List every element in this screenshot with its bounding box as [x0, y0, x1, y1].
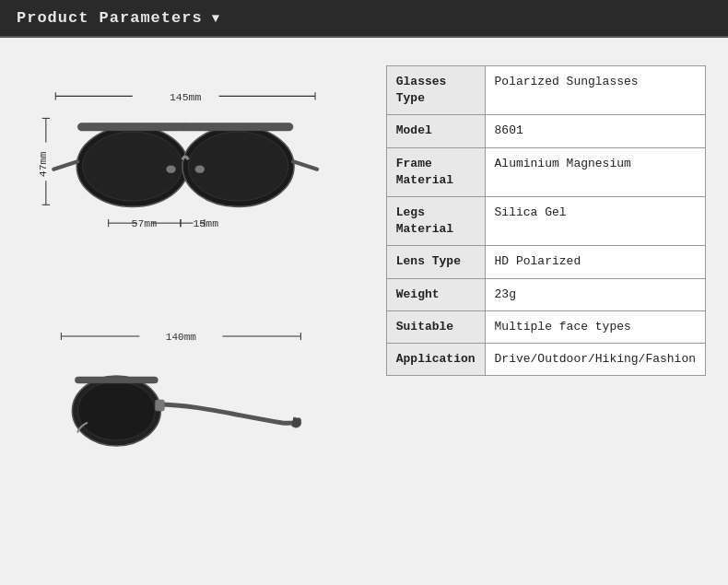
spec-label: Suitable [386, 310, 485, 343]
front-view-diagram: 145mm 47mm [22, 65, 358, 287]
spec-label: Model [386, 115, 485, 147]
spec-row: Weight23g [386, 278, 705, 310]
svg-rect-37 [75, 377, 158, 383]
svg-point-18 [166, 166, 175, 173]
header: Product Parameters ▼ [0, 0, 728, 38]
spec-row: Legs MaterialSilica Gel [386, 196, 705, 245]
spec-label: Glasses Type [386, 66, 485, 115]
svg-text:140mm: 140mm [166, 332, 196, 343]
spec-label: Frame Material [386, 147, 485, 196]
page-wrapper: Product Parameters ▼ 145mm [0, 0, 728, 585]
front-view-svg: 145mm 47mm [22, 65, 358, 287]
spec-row: Model8601 [386, 115, 705, 147]
diagram-section: 145mm 47mm [22, 56, 358, 564]
svg-point-13 [188, 132, 288, 201]
main-content: 145mm 47mm [0, 38, 728, 582]
svg-text:145mm: 145mm [170, 91, 202, 103]
spec-value: Aluminium Magnesium [485, 147, 705, 196]
spec-row: Glasses TypePolarized Sunglasses [386, 66, 705, 115]
svg-point-11 [82, 132, 182, 201]
spec-label: Lens Type [386, 246, 485, 278]
spec-label: Legs Material [386, 196, 485, 245]
spec-row: Frame MaterialAluminium Magnesium [386, 147, 705, 196]
spec-value: 8601 [485, 115, 705, 147]
spec-value: 23g [485, 278, 705, 310]
spec-value: Multiple face types [485, 310, 705, 343]
svg-rect-14 [77, 123, 188, 131]
svg-rect-15 [182, 123, 293, 131]
svg-line-16 [53, 161, 77, 169]
svg-text:57mm: 57mm [132, 217, 158, 229]
svg-text:47mm: 47mm [37, 152, 49, 178]
svg-line-17 [293, 161, 317, 169]
spec-row: Lens TypeHD Polarized [386, 246, 705, 278]
spec-value: HD Polarized [485, 246, 705, 278]
spec-value: Drive/Outdoor/Hiking/Fashion [485, 343, 705, 375]
spec-value: Silica Gel [485, 196, 705, 245]
spec-value: Polarized Sunglasses [485, 66, 705, 115]
svg-text:15mm: 15mm [193, 217, 218, 229]
spec-row: SuitableMultiple face types [386, 310, 705, 343]
spec-label: Application [386, 343, 485, 375]
svg-point-19 [195, 166, 205, 173]
specs-table: Glasses TypePolarized SunglassesModel860… [386, 65, 706, 376]
page-title: Product Parameters [17, 9, 203, 27]
svg-point-36 [77, 381, 155, 440]
header-arrow-icon: ▼ [212, 11, 219, 26]
spec-label: Weight [386, 278, 485, 310]
spec-row: ApplicationDrive/Outdoor/Hiking/Fashion [386, 343, 705, 375]
side-view-svg: 140mm [22, 314, 358, 498]
svg-rect-38 [155, 400, 164, 411]
side-view-diagram: 140mm [22, 314, 358, 498]
